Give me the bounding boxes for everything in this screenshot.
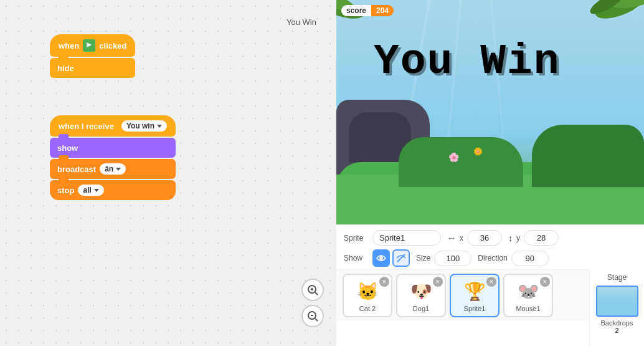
when-clicked-hat[interactable]: when clicked xyxy=(50,34,135,57)
sprite-name-input[interactable] xyxy=(372,230,441,246)
when-receive-label: when I receive xyxy=(59,122,114,131)
show-block[interactable]: show xyxy=(50,138,176,158)
svg-line-4 xyxy=(315,292,318,295)
svg-line-7 xyxy=(315,319,318,321)
hide-label: hide xyxy=(57,64,74,73)
sprite-thumb-label: Sprite1 xyxy=(464,305,486,312)
receive-dropdown-arrow xyxy=(157,125,162,128)
stage-side: Stage Backdrops 2 xyxy=(589,269,644,346)
broadcast-dropdown-arrow xyxy=(116,168,121,171)
x-label: x xyxy=(460,234,463,243)
size-label: Size xyxy=(416,254,430,262)
stop-label: stop xyxy=(57,186,74,195)
direction-group: Direction xyxy=(478,251,548,266)
sprite-controls: Sprite ↔ x ↕ y Show xyxy=(336,224,644,269)
green-flag-icon xyxy=(83,39,95,52)
svg-marker-0 xyxy=(87,42,92,47)
zoom-out-button[interactable] xyxy=(301,305,324,327)
code-panel: You Win when clicked hide when I receive… xyxy=(0,0,336,346)
hide-block[interactable]: hide xyxy=(50,58,135,78)
y-arrows-icon: ↕ xyxy=(508,233,513,243)
stage-mini-thumb[interactable] xyxy=(596,286,638,317)
broadcast-value-pill[interactable]: ân xyxy=(100,163,126,175)
y-coord-group: ↕ y xyxy=(508,230,559,246)
sprite-thumb-label: Dog1 xyxy=(413,305,429,312)
sprites-section: ✕🐱Cat 2✕🐶Dog1✕🏆Sprite1✕🐭Mouse1 xyxy=(336,269,589,346)
stage-background: 🌸 🌼 You Win xyxy=(336,0,644,224)
x-coord-group: ↔ x xyxy=(447,230,502,246)
sprite-image: 🐭 xyxy=(516,279,541,304)
sprite-delete-button[interactable]: ✕ xyxy=(433,277,443,287)
score-label: score xyxy=(341,5,371,16)
sprite-thumb-dog1[interactable]: ✕🐶Dog1 xyxy=(396,274,446,317)
x-input[interactable] xyxy=(467,230,502,246)
sprite-image: 🐱 xyxy=(355,279,380,304)
y-label: y xyxy=(516,234,520,243)
sprite-delete-button[interactable]: ✕ xyxy=(540,277,550,287)
sprite-thumb-label: Cat 2 xyxy=(359,305,376,312)
direction-label: Direction xyxy=(478,254,507,262)
broadcast-block[interactable]: broadcast ân xyxy=(50,159,176,179)
show-visible-button[interactable] xyxy=(372,249,390,267)
when-receive-hat[interactable]: when I receive You win xyxy=(50,115,176,137)
show-label: Show xyxy=(344,254,366,262)
score-badge: score 204 xyxy=(341,5,394,16)
score-value: 204 xyxy=(371,5,394,16)
stop-block[interactable]: stop all xyxy=(50,180,176,200)
svg-point-13 xyxy=(379,256,383,260)
sprite-thumb-cat-2[interactable]: ✕🐱Cat 2 xyxy=(343,274,392,317)
x-arrows-icon: ↔ xyxy=(447,233,456,243)
size-group: Size xyxy=(416,251,471,266)
stage-area: score 204 xyxy=(336,0,644,224)
block-group-when-clicked: when clicked hide xyxy=(50,34,135,78)
sprite-info-row: Sprite ↔ x ↕ y xyxy=(344,230,637,246)
block-group-receive: when I receive You win show broadcast ân… xyxy=(50,115,176,200)
zoom-controls xyxy=(301,279,324,327)
when-label: when xyxy=(59,41,79,50)
sprites-stage-row: ✕🐱Cat 2✕🐶Dog1✕🏆Sprite1✕🐭Mouse1 Stage Bac… xyxy=(336,269,644,346)
sprite-image: 🏆 xyxy=(462,279,487,304)
sprite-thumb-mouse1[interactable]: ✕🐭Mouse1 xyxy=(503,274,553,317)
zoom-in-button[interactable] xyxy=(301,279,324,301)
show-row: Show Size xyxy=(344,249,637,267)
right-panel: score 204 xyxy=(336,0,644,346)
stop-value-pill[interactable]: all xyxy=(78,185,103,196)
stage-label: Stage xyxy=(607,273,627,282)
show-hidden-button[interactable] xyxy=(392,249,410,267)
broadcast-label: broadcast xyxy=(57,165,96,174)
show-toggle xyxy=(372,249,410,267)
show-label: show xyxy=(57,143,78,153)
direction-input[interactable] xyxy=(511,251,549,266)
y-input[interactable] xyxy=(524,230,559,246)
sprite-thumb-sprite1[interactable]: ✕🏆Sprite1 xyxy=(450,274,500,317)
you-win-display: You Win xyxy=(374,37,561,85)
sprite-delete-button[interactable]: ✕ xyxy=(486,277,496,287)
receive-value-pill[interactable]: You win xyxy=(121,120,167,132)
backdrops-count: 2 xyxy=(615,327,618,334)
sprite-bar: ✕🐱Cat 2✕🐶Dog1✕🏆Sprite1✕🐭Mouse1 xyxy=(336,269,589,321)
sprite-thumb-label: Mouse1 xyxy=(516,305,540,312)
clicked-label: clicked xyxy=(99,41,126,50)
stop-dropdown-arrow xyxy=(94,189,99,192)
sprite-image: 🐶 xyxy=(409,279,433,304)
size-input[interactable] xyxy=(434,251,471,266)
sprite-label: Sprite xyxy=(344,234,366,243)
sprite-delete-button[interactable]: ✕ xyxy=(379,277,389,287)
backdrops-label: Backdrops xyxy=(601,319,633,327)
sprite-name-label: You Win xyxy=(286,17,316,27)
